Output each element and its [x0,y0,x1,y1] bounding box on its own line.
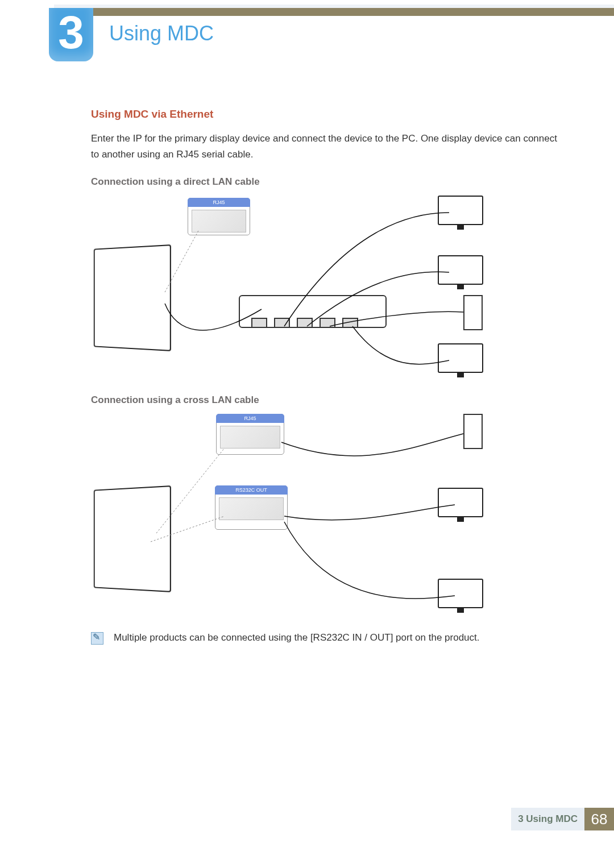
page: 3 Using MDC Using MDC via Ethernet Enter… [0,0,614,868]
diagram-cross-lan: RJ45 RS232C OUT [91,414,483,630]
footer-breadcrumb: 3 Using MDC [511,808,584,830]
top-decorative-strip [54,8,614,16]
content-area: Using MDC via Ethernet Enter the IP for … [91,108,557,647]
page-number: 68 [584,808,614,830]
footnote-row: Multiple products can be connected using… [91,632,557,645]
hub-icon [239,295,387,328]
rj45-label: RJ45 [188,198,250,207]
monitor-icon [438,488,483,517]
rs232c-out-callout: RS232C OUT [215,485,288,530]
rs232c-out-label: RS232C OUT [215,485,288,495]
primary-display-icon [91,488,171,590]
monitor-icon [438,579,483,608]
section-paragraph: Enter the IP for the primary display dev… [91,131,557,163]
pc-icon [463,295,483,330]
subheading-cross-lan: Connection using a cross LAN cable [91,394,557,406]
footer: 3 Using MDC 68 [54,808,614,830]
footer-breadcrumb-num: 3 [518,813,523,825]
monitor-icon [438,343,483,373]
pc-icon [463,414,483,449]
chapter-number: 3 [58,9,84,56]
footnote-text: Multiple products can be connected using… [114,632,480,643]
subheading-direct-lan: Connection using a direct LAN cable [91,176,557,188]
note-icon [91,632,103,645]
rj45-label: RJ45 [216,414,284,423]
rj45-callout: RJ45 [188,198,250,235]
chapter-title: Using MDC [109,22,214,45]
monitor-icon [438,196,483,225]
diagram-direct-lan: RJ45 [91,196,483,377]
primary-display-icon [91,247,171,349]
monitor-icon [438,255,483,285]
footer-breadcrumb-title: Using MDC [526,813,578,825]
section-heading: Using MDC via Ethernet [91,108,557,121]
rj45-callout: RJ45 [216,414,284,455]
chapter-badge: 3 [49,8,93,61]
